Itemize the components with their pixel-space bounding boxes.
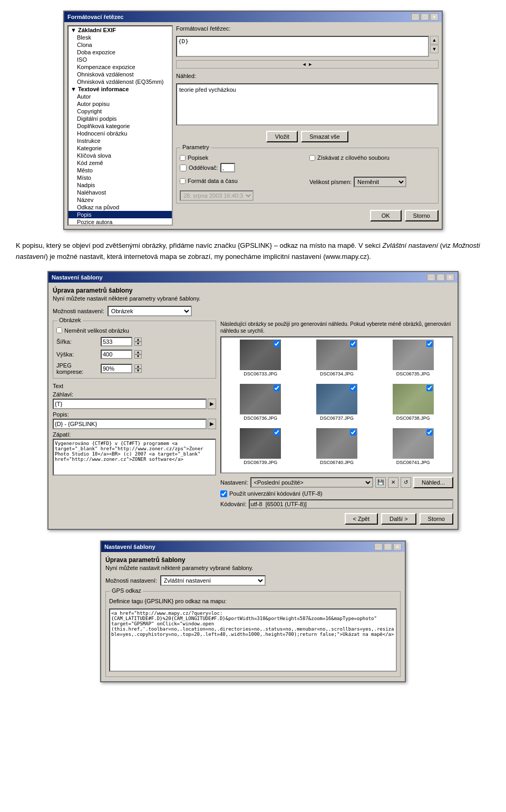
sirka-down[interactable]: ▼: [134, 342, 142, 346]
zpet-button[interactable]: < Zpět: [345, 513, 378, 525]
list-item[interactable]: Hodnocení obrázku: [69, 130, 172, 137]
oddelovac-checkbox[interactable]: [180, 165, 187, 171]
list-item[interactable]: Naléhavost: [69, 189, 172, 196]
img-thumb[interactable]: [240, 384, 281, 414]
sirka-up[interactable]: ▲: [134, 337, 142, 342]
universal-checkbox[interactable]: [220, 490, 227, 497]
list-item[interactable]: Klíčová slova: [69, 152, 172, 159]
img-thumb[interactable]: [393, 428, 434, 459]
popisek-checkbox[interactable]: [180, 155, 186, 161]
vyska-down[interactable]: ▼: [134, 354, 142, 359]
save-icon-btn[interactable]: 💾: [375, 477, 386, 488]
popis-arrow-btn[interactable]: ▶: [208, 419, 216, 429]
maximize-btn[interactable]: □: [421, 13, 429, 21]
list-item[interactable]: Digitální podpis: [69, 115, 172, 122]
minimize-btn[interactable]: _: [411, 13, 420, 21]
moznosti-select3[interactable]: Zvláštní nastavení: [160, 575, 266, 586]
maximize-btn2[interactable]: □: [436, 274, 445, 281]
list-item-popis[interactable]: Popis: [69, 211, 172, 218]
img-checkbox[interactable]: [350, 341, 356, 347]
jpeg-down[interactable]: ▼: [134, 369, 142, 373]
img-thumb[interactable]: [240, 428, 281, 459]
img-thumb[interactable]: [316, 384, 357, 414]
list-item[interactable]: Pozice autora: [69, 218, 172, 226]
list-item[interactable]: Odkaz na původ: [69, 204, 172, 211]
velk-select[interactable]: Neměnit: [354, 177, 406, 187]
scroll-up-btn[interactable]: ▲: [430, 36, 439, 44]
img-checkbox[interactable]: [426, 341, 433, 347]
jpeg-up[interactable]: ▲: [134, 364, 142, 369]
format-input[interactable]: {D}: [176, 36, 429, 57]
refresh-icon-btn[interactable]: ↺: [401, 477, 411, 488]
list-item[interactable]: Nadpis: [69, 181, 172, 189]
img-checkbox[interactable]: [426, 385, 433, 391]
nahled-button[interactable]: Náhled...: [413, 477, 453, 488]
scroll-down-btn[interactable]: ▼: [430, 45, 439, 53]
ziskavat-checkbox[interactable]: [309, 155, 315, 161]
zapati-input[interactable]: Vygenerováno {CT#FD} v {CT#FT} programem…: [53, 439, 216, 476]
list-item[interactable]: Instrukce: [69, 137, 172, 144]
list-item[interactable]: Město: [69, 167, 172, 174]
img-checkbox[interactable]: [274, 341, 280, 347]
list-item[interactable]: Název: [69, 196, 172, 204]
minimize-btn2[interactable]: _: [427, 274, 435, 281]
popis-input[interactable]: [53, 419, 207, 429]
list-item[interactable]: Copyright: [69, 108, 172, 115]
list-item[interactable]: Autor popisu: [69, 100, 172, 108]
img-thumb[interactable]: [316, 340, 357, 370]
img-thumb[interactable]: [393, 384, 434, 414]
dalsi-button[interactable]: Další >: [381, 513, 416, 525]
zahlavi-input[interactable]: [53, 399, 207, 409]
delete-icon-btn[interactable]: ✕: [388, 477, 398, 488]
maximize-btn3[interactable]: □: [384, 543, 392, 550]
nemnit-label: Neměnit velikost obrázku: [64, 327, 129, 334]
list-item[interactable]: Doplňková kategorie: [69, 122, 172, 130]
img-checkbox[interactable]: [350, 429, 356, 436]
storno-button2[interactable]: Storno: [420, 513, 453, 525]
img-checkbox[interactable]: [274, 385, 280, 391]
ok-button[interactable]: OK: [370, 210, 402, 221]
exif-list[interactable]: ▼ Základní EXIF Blesk Clona Doba expozic…: [67, 25, 173, 226]
vyska-input[interactable]: [101, 350, 132, 359]
format-data-checkbox[interactable]: [180, 178, 186, 184]
list-item[interactable]: Kategorie: [69, 144, 172, 152]
list-item[interactable]: Blesk: [69, 34, 172, 41]
img-checkbox[interactable]: [350, 385, 356, 391]
kodovani-input[interactable]: [249, 499, 453, 509]
close-btn[interactable]: ×: [430, 13, 439, 21]
vyska-up[interactable]: ▲: [134, 350, 142, 354]
close-btn2[interactable]: ×: [446, 274, 454, 281]
img-thumb[interactable]: [240, 340, 281, 370]
img-checkbox[interactable]: [274, 429, 280, 436]
list-item[interactable]: Kompenzace expozice: [69, 63, 172, 71]
list-item[interactable]: Ohnisková vzdálenost: [69, 71, 172, 78]
list-item[interactable]: Místo: [69, 174, 172, 181]
minimize-btn3[interactable]: _: [374, 543, 383, 550]
moznosti-select[interactable]: Obrázek: [108, 306, 192, 316]
zahlavi-arrow-btn[interactable]: ▶: [208, 399, 216, 409]
sirka-input[interactable]: [101, 337, 132, 346]
list-item[interactable]: ▼ Základní EXIF: [69, 26, 172, 34]
list-item[interactable]: ▼ Textové informace: [69, 85, 172, 93]
img-checkbox[interactable]: [426, 429, 433, 436]
img-thumb[interactable]: [393, 340, 434, 370]
list-item[interactable]: ISO: [69, 56, 172, 63]
list-item[interactable]: Kód země: [69, 159, 172, 167]
scroll-right-btn[interactable]: ◄ ►: [176, 60, 439, 69]
storno-button[interactable]: Storno: [405, 210, 439, 221]
list-item[interactable]: Autor: [69, 93, 172, 100]
list-item[interactable]: Clona: [69, 41, 172, 49]
list-item[interactable]: Ohnisková vzdálenost (EQ35mm): [69, 78, 172, 85]
nemnit-checkbox[interactable]: [56, 327, 62, 333]
sep-input[interactable]: [220, 163, 235, 172]
nastaveni-select[interactable]: <Poslední použité>: [250, 477, 373, 488]
vlozit-button[interactable]: Vložit: [266, 131, 298, 142]
img-thumb[interactable]: [316, 428, 357, 459]
close-btn3[interactable]: ×: [393, 543, 402, 550]
jpeg-input[interactable]: [101, 364, 132, 373]
date-select[interactable]: 28. srpna 2003 16:40:32: [180, 190, 254, 201]
gps-textarea[interactable]: <a href="http://www.mapy.cz/?query=loc:{…: [109, 608, 397, 672]
smazat-button[interactable]: Smazat vše: [301, 131, 348, 142]
img-name: DSC06734.JPG: [320, 371, 354, 376]
list-item[interactable]: Doba expozice: [69, 49, 172, 56]
